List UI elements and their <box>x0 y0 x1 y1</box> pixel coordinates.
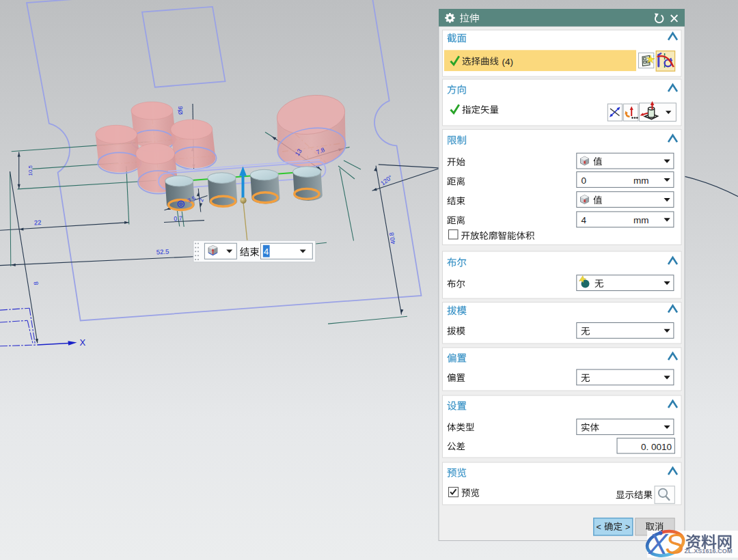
svg-text:0: 0 <box>582 176 587 186</box>
svg-text:22: 22 <box>33 219 41 227</box>
svg-text:ZL.XS1616.COM: ZL.XS1616.COM <box>685 548 733 555</box>
svg-text:4: 4 <box>264 247 269 257</box>
svg-text:4: 4 <box>582 215 587 225</box>
svg-text:(4): (4) <box>502 57 514 67</box>
svg-text:mm: mm <box>633 215 649 225</box>
svg-text:S: S <box>666 528 685 560</box>
svg-text:8: 8 <box>33 281 40 285</box>
svg-text:Ø6: Ø6 <box>176 106 184 115</box>
svg-text:10.5: 10.5 <box>27 165 33 176</box>
svg-text:<: < <box>597 522 601 532</box>
svg-text:X: X <box>80 337 86 348</box>
svg-text:0. 0010: 0. 0010 <box>641 442 672 452</box>
svg-text:52.5: 52.5 <box>156 248 169 256</box>
svg-text:>: > <box>625 522 630 532</box>
svg-text:mm: mm <box>633 176 649 186</box>
svg-text:0.7: 0.7 <box>174 215 182 223</box>
